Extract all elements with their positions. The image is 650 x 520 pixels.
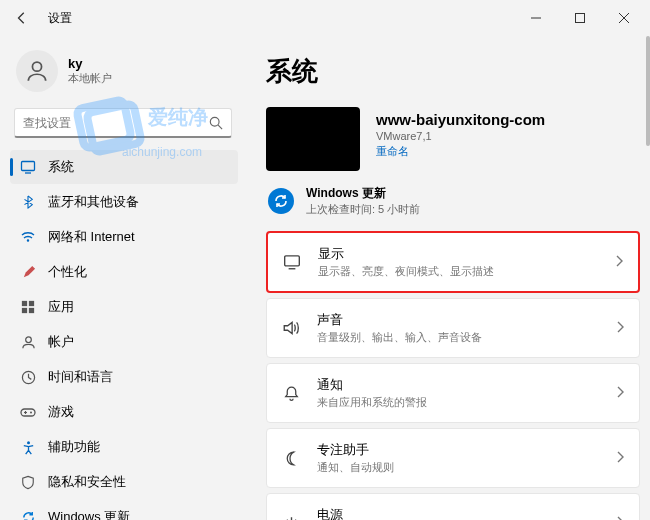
- titlebar: 设置: [0, 0, 650, 36]
- device-name: www-baiyunxitong-com: [376, 111, 545, 128]
- sidebar-item-label: 应用: [48, 298, 74, 316]
- gaming-icon: [20, 404, 36, 420]
- update-icon: [20, 509, 36, 520]
- sidebar-item-privacy[interactable]: 隐私和安全性: [10, 465, 238, 499]
- sound-icon: [281, 319, 301, 337]
- update-title: Windows 更新: [306, 185, 420, 202]
- sidebar-item-gaming[interactable]: 游戏: [10, 395, 238, 429]
- bell-icon: [281, 385, 301, 402]
- bluetooth-icon: [20, 194, 36, 210]
- sidebar-item-accessibility[interactable]: 辅助功能: [10, 430, 238, 464]
- card-subtitle: 显示器、亮度、夜间模式、显示描述: [318, 264, 598, 279]
- sidebar-item-label: 游戏: [48, 403, 74, 421]
- svg-rect-22: [285, 256, 300, 266]
- svg-point-21: [27, 441, 30, 444]
- close-icon: [619, 13, 629, 23]
- card-title: 专注助手: [317, 441, 599, 459]
- svg-point-17: [25, 336, 31, 342]
- chevron-right-icon: [615, 319, 625, 337]
- sidebar-item-label: 帐户: [48, 333, 74, 351]
- desktop-preview[interactable]: [266, 107, 360, 171]
- sidebar-item-label: 辅助功能: [48, 438, 100, 456]
- display-icon: [282, 253, 302, 271]
- sidebar-item-label: 系统: [48, 158, 74, 176]
- search-box[interactable]: [14, 108, 232, 138]
- chevron-right-icon: [615, 384, 625, 402]
- sidebar-item-bluetooth[interactable]: 蓝牙和其他设备: [10, 185, 238, 219]
- system-icon: [20, 159, 36, 175]
- arrow-left-icon: [15, 11, 29, 25]
- clock-icon: [20, 369, 36, 385]
- sidebar-item-network[interactable]: 网络和 Internet: [10, 220, 238, 254]
- device-model: VMware7,1: [376, 130, 545, 142]
- user-block[interactable]: ky 本地帐户: [8, 44, 248, 106]
- sidebar-item-update[interactable]: Windows 更新: [10, 500, 238, 520]
- update-subtitle: 上次检查时间: 5 小时前: [306, 202, 420, 217]
- brush-icon: [20, 264, 36, 280]
- sidebar-item-system[interactable]: 系统: [10, 150, 238, 184]
- search-input[interactable]: [23, 116, 209, 130]
- card-power[interactable]: 电源 睡眠、电池使用情况、节电模式: [266, 493, 640, 520]
- card-display[interactable]: 显示 显示器、亮度、夜间模式、显示描述: [266, 231, 640, 293]
- sidebar-item-label: 蓝牙和其他设备: [48, 193, 139, 211]
- svg-point-8: [32, 62, 41, 71]
- nav-list: 系统 蓝牙和其他设备 网络和 Internet 个性化 应用 帐户: [8, 150, 248, 520]
- sidebar-item-label: Windows 更新: [48, 508, 130, 520]
- moon-icon: [281, 450, 301, 467]
- card-title: 通知: [317, 376, 599, 394]
- svg-rect-19: [21, 409, 35, 416]
- card-subtitle: 音量级别、输出、输入、声音设备: [317, 330, 599, 345]
- svg-rect-13: [22, 301, 27, 306]
- sidebar-item-time[interactable]: 时间和语言: [10, 360, 238, 394]
- user-name: ky: [68, 56, 112, 71]
- card-title: 电源: [317, 506, 599, 520]
- accounts-icon: [20, 334, 36, 350]
- svg-line-10: [218, 125, 222, 129]
- scrollbar[interactable]: [646, 36, 650, 146]
- sidebar-item-personalization[interactable]: 个性化: [10, 255, 238, 289]
- sidebar-item-label: 个性化: [48, 263, 87, 281]
- avatar: [16, 50, 58, 92]
- svg-point-20: [30, 412, 32, 414]
- person-icon: [24, 58, 50, 84]
- svg-rect-11: [22, 162, 35, 171]
- card-sound[interactable]: 声音 音量级别、输出、输入、声音设备: [266, 298, 640, 358]
- power-icon: [281, 515, 301, 521]
- window-title: 设置: [48, 10, 72, 27]
- maximize-button[interactable]: [558, 0, 602, 36]
- chevron-right-icon: [615, 514, 625, 520]
- sidebar-item-label: 时间和语言: [48, 368, 113, 386]
- svg-rect-14: [29, 301, 34, 306]
- card-title: 显示: [318, 245, 598, 263]
- maximize-icon: [575, 13, 585, 23]
- chevron-right-icon: [614, 253, 624, 271]
- back-button[interactable]: [4, 0, 40, 36]
- close-button[interactable]: [602, 0, 646, 36]
- main-content: 系统 www-baiyunxitong-com VMware7,1 重命名 Wi…: [248, 36, 650, 520]
- svg-rect-15: [22, 308, 27, 313]
- accessibility-icon: [20, 439, 36, 455]
- search-icon: [209, 116, 223, 130]
- device-row: www-baiyunxitong-com VMware7,1 重命名: [266, 107, 640, 171]
- sidebar-item-accounts[interactable]: 帐户: [10, 325, 238, 359]
- update-row[interactable]: Windows 更新 上次检查时间: 5 小时前: [266, 185, 640, 217]
- minimize-button[interactable]: [514, 0, 558, 36]
- card-title: 声音: [317, 311, 599, 329]
- page-title: 系统: [266, 54, 640, 89]
- shield-icon: [20, 474, 36, 490]
- card-notifications[interactable]: 通知 来自应用和系统的警报: [266, 363, 640, 423]
- sidebar-item-apps[interactable]: 应用: [10, 290, 238, 324]
- card-subtitle: 通知、自动规则: [317, 460, 599, 475]
- sidebar: ky 本地帐户 系统 蓝牙和其他设备 网络和 Internet: [0, 36, 248, 520]
- card-subtitle: 来自应用和系统的警报: [317, 395, 599, 410]
- rename-link[interactable]: 重命名: [376, 144, 545, 159]
- update-badge-icon: [268, 188, 294, 214]
- minimize-icon: [531, 13, 541, 23]
- svg-point-9: [210, 117, 219, 126]
- svg-rect-1: [576, 14, 585, 23]
- card-focus[interactable]: 专注助手 通知、自动规则: [266, 428, 640, 488]
- svg-rect-16: [29, 308, 34, 313]
- sidebar-item-label: 网络和 Internet: [48, 228, 135, 246]
- chevron-right-icon: [615, 449, 625, 467]
- apps-icon: [20, 299, 36, 315]
